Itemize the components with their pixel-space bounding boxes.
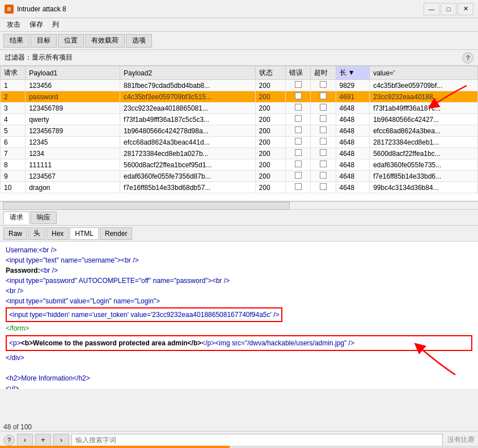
- checkbox[interactable]: [320, 81, 327, 88]
- minimize-button[interactable]: —: [424, 3, 439, 15]
- table-row[interactable]: 7 1234 281723384ecd8eb1a027b... 200 4648…: [1, 148, 478, 159]
- cell-payload2: efcc68ad8624a3beac441d...: [120, 137, 256, 148]
- cell-payload2: 23cc9232eaa4018865081...: [120, 103, 256, 114]
- menu-save[interactable]: 保存: [25, 19, 48, 31]
- tab-response[interactable]: 响应: [31, 212, 57, 224]
- cell-len: 4648: [336, 103, 370, 114]
- checkbox[interactable]: [295, 172, 302, 179]
- results-table-area[interactable]: 请求 Payload1 Payload2 状态 错误 超时 长 ▼ value=…: [0, 66, 478, 202]
- table-row[interactable]: 8 111111 5600d8acf22ffea1bcef95d1... 200…: [1, 159, 478, 171]
- html-line-10: </div>: [6, 353, 472, 363]
- tab-payload[interactable]: 有效载荷: [85, 34, 125, 48]
- cell-value: 281723384ecd8eb1...: [370, 137, 478, 148]
- cell-payload2: 5600d8acf22ffea1bcef95d1...: [120, 159, 256, 171]
- titlebar-controls[interactable]: — □ ✕: [424, 3, 473, 15]
- cell-len: 4648: [336, 125, 370, 137]
- table-row[interactable]: 6 12345 efcc68ad8624a3beac441d... 200 46…: [1, 137, 478, 148]
- cell-status: 200: [255, 171, 286, 182]
- cell-value: 5600d8acf22ffea1bc...: [370, 148, 478, 159]
- cell-error: [286, 114, 311, 125]
- checkbox[interactable]: [320, 149, 327, 156]
- col-header-value[interactable]: value=': [370, 66, 478, 80]
- checkbox[interactable]: [320, 160, 327, 167]
- cell-len: 4648: [336, 137, 370, 148]
- menu-attack[interactable]: 攻击: [2, 19, 25, 31]
- cell-timeout: [311, 182, 336, 193]
- nav-next-button[interactable]: ›: [53, 434, 69, 446]
- cell-len: 9829: [336, 80, 370, 91]
- col-header-timeout[interactable]: 超时: [311, 66, 336, 80]
- table-row[interactable]: 9 1234567 edaf6360fe055fe7356d87b... 200…: [1, 171, 478, 182]
- checkbox[interactable]: [295, 115, 302, 122]
- bottom-tabs: 请求 响应: [0, 210, 478, 226]
- content-tab-raw[interactable]: Raw: [3, 227, 27, 240]
- content-tab-headers[interactable]: 头: [28, 227, 45, 240]
- cell-payload1: qwerty: [26, 114, 120, 125]
- tab-options[interactable]: 选项: [126, 34, 152, 48]
- table-row[interactable]: 3 123456789 23cc9232eaa4018865081... 200…: [1, 103, 478, 114]
- cell-len: 4648: [336, 182, 370, 193]
- table-row[interactable]: 10 dragon f7e16ff85b14e33bd68db57... 200…: [1, 182, 478, 193]
- tab-target[interactable]: 目标: [31, 34, 57, 48]
- progress-bar-container: [0, 446, 478, 448]
- table-row[interactable]: 5 123456789 1b96480566c424278d98a... 200…: [1, 125, 478, 137]
- help-button[interactable]: ?: [462, 52, 473, 64]
- tab-request[interactable]: 请求: [3, 212, 29, 224]
- col-header-error[interactable]: 错误: [286, 66, 311, 80]
- filterbar: 过滤器：显示所有项目 ?: [0, 50, 478, 66]
- checkbox[interactable]: [320, 92, 327, 99]
- table-row[interactable]: 1 123456 881fbec79cdad5dbd4bab8... 200 9…: [1, 80, 478, 91]
- table-row[interactable]: 2 password c4c35bf3ee059709bf3c515... 20…: [1, 91, 478, 103]
- cell-timeout: [311, 148, 336, 159]
- content-tab-render[interactable]: Render: [100, 227, 132, 240]
- html-content-area: Username:<br /> <input type="text" name=…: [0, 242, 478, 389]
- menu-column[interactable]: 列: [48, 19, 64, 31]
- cell-payload2: 1b96480566c424278d98a...: [120, 125, 256, 137]
- content-tab-html[interactable]: HTML: [70, 227, 99, 240]
- checkbox[interactable]: [320, 183, 327, 190]
- tab-position[interactable]: 位置: [58, 34, 84, 48]
- search-input[interactable]: [71, 434, 443, 446]
- window-title: Intruder attack 8: [17, 5, 66, 13]
- results-table: 请求 Payload1 Payload2 状态 错误 超时 长 ▼ value=…: [0, 66, 478, 193]
- cell-payload2: 881fbec79cdad5dbd4bab8...: [120, 80, 256, 91]
- checkbox[interactable]: [295, 104, 302, 111]
- cell-timeout: [311, 80, 336, 91]
- checkbox[interactable]: [295, 81, 302, 88]
- checkbox[interactable]: [295, 92, 302, 99]
- app-icon: B: [5, 5, 14, 14]
- checkbox[interactable]: [295, 183, 302, 190]
- checkbox[interactable]: [295, 149, 302, 156]
- close-button[interactable]: ✕: [458, 3, 473, 15]
- checkbox[interactable]: [320, 138, 327, 145]
- checkbox[interactable]: [295, 160, 302, 167]
- cell-payload2: edaf6360fe055fe7356d87b...: [120, 171, 256, 182]
- tab-results[interactable]: 结果: [3, 34, 29, 48]
- col-header-len[interactable]: 长 ▼: [336, 66, 370, 80]
- toolbar: 结果 目标 位置 有效载荷 选项: [0, 32, 478, 50]
- table-row[interactable]: 4 qwerty f73f1ab49fff36a187c5c5c3... 200…: [1, 114, 478, 125]
- nav-add-button[interactable]: +: [35, 434, 51, 446]
- cell-status: 200: [255, 114, 286, 125]
- content-tab-hex[interactable]: Hex: [46, 227, 69, 240]
- horizontal-scrollbar[interactable]: [0, 202, 478, 210]
- col-header-payload2[interactable]: Payload2: [120, 66, 256, 80]
- cell-payload2: f7e16ff85b14e33bd68db57...: [120, 182, 256, 193]
- checkbox[interactable]: [320, 104, 327, 111]
- col-header-status[interactable]: 状态: [255, 66, 286, 80]
- col-header-req[interactable]: 请求: [1, 66, 26, 80]
- status-help-button[interactable]: ?: [3, 434, 15, 446]
- maximize-button[interactable]: □: [441, 3, 456, 15]
- cell-payload1: password: [26, 91, 120, 103]
- cell-req: 7: [1, 148, 26, 159]
- cell-req: 10: [1, 182, 26, 193]
- checkbox[interactable]: [320, 172, 327, 179]
- checkbox[interactable]: [320, 126, 327, 133]
- cell-req: 4: [1, 114, 26, 125]
- checkbox[interactable]: [295, 126, 302, 133]
- nav-prev-button[interactable]: ‹: [17, 434, 33, 446]
- col-header-payload1[interactable]: Payload1: [26, 66, 120, 80]
- cell-value: c4c35bf3ee059709bf...: [370, 80, 478, 91]
- checkbox[interactable]: [320, 115, 327, 122]
- checkbox[interactable]: [295, 138, 302, 145]
